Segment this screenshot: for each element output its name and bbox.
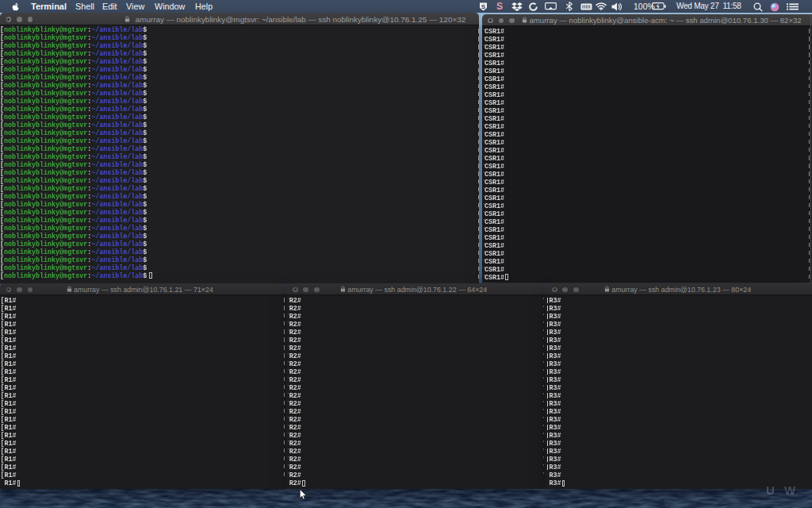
svg-text:S: S — [481, 2, 485, 10]
